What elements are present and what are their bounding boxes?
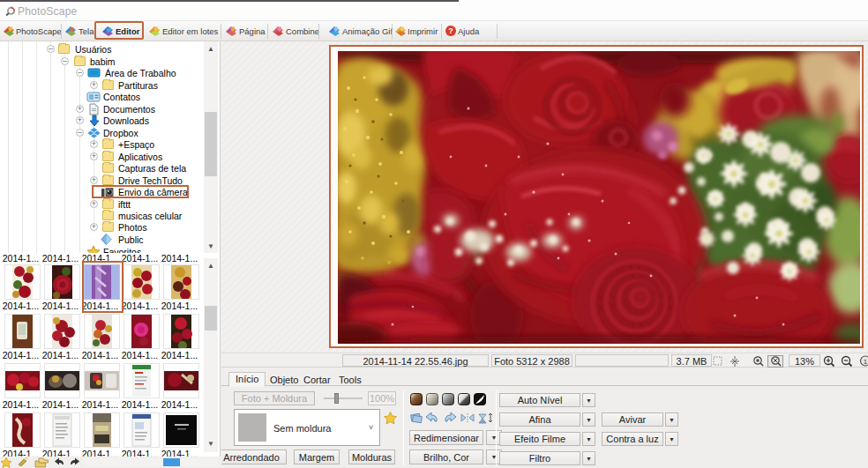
svg-text:?: ? <box>448 26 453 35</box>
svg-text:1: 1 <box>864 358 868 366</box>
